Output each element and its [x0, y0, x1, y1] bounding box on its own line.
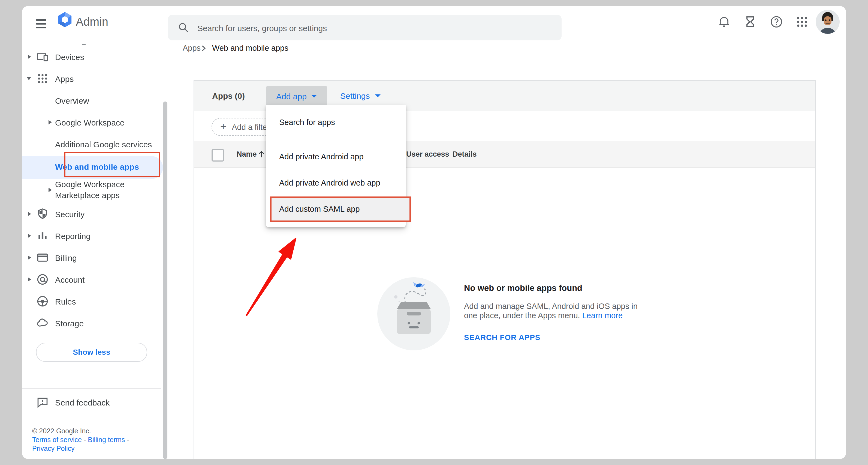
breadcrumb: Apps: [183, 43, 200, 54]
add-app-button[interactable]: Add app: [266, 86, 327, 107]
empty-box-illustration: [377, 277, 451, 350]
chevron-down-icon: [375, 94, 380, 97]
help-icon[interactable]: [770, 15, 783, 28]
menu-item-add-custom-saml-app[interactable]: Add custom SAML app: [270, 197, 411, 222]
expand-arrow-icon: [28, 277, 31, 282]
sidebar-item-billing[interactable]: Billing: [22, 247, 162, 268]
admin-logo-icon: [57, 11, 73, 28]
reporting-chart-icon: [36, 230, 49, 242]
tasks-hourglass-icon[interactable]: [744, 15, 757, 28]
learn-more-link[interactable]: Learn more: [582, 311, 623, 320]
privacy-policy-link[interactable]: Privacy Policy: [32, 445, 75, 453]
hamburger-menu-icon[interactable]: [22, 6, 60, 39]
column-header-name[interactable]: Name: [237, 141, 257, 167]
menu-item-search-for-apps[interactable]: Search for apps: [266, 105, 406, 140]
global-search-bar[interactable]: [168, 15, 562, 40]
send-feedback-button[interactable]: Send feedback: [22, 391, 162, 413]
feedback-icon: [36, 396, 49, 408]
collapse-arrow-icon: [27, 77, 31, 80]
account-at-icon: [36, 273, 49, 285]
apps-count-label: Apps (0): [212, 81, 245, 111]
breadcrumb-current: Web and mobile apps: [212, 43, 288, 54]
admin-console-window: Admin Apps Web and mobile: [22, 6, 846, 459]
search-input[interactable]: [196, 15, 548, 41]
storage-cloud-icon: [36, 317, 49, 329]
chevron-down-icon: [312, 95, 317, 97]
account-avatar[interactable]: [816, 10, 840, 34]
sidebar-item-gws-marketplace-apps[interactable]: Google Workspace Marketplace apps: [22, 174, 162, 206]
google-apps-grid-icon[interactable]: [796, 15, 809, 28]
menu-item-add-private-android-web-app[interactable]: Add private Android web app: [266, 170, 406, 196]
sidebar-item-overview[interactable]: Overview: [22, 89, 162, 111]
expand-arrow-icon: [28, 212, 31, 216]
sidebar-item-rules[interactable]: Rules: [22, 290, 162, 312]
sidebar-item-reporting[interactable]: Reporting: [22, 225, 162, 247]
notifications-bell-icon[interactable]: [717, 15, 731, 28]
column-header-user-access: User access: [406, 141, 449, 167]
apps-grid-icon: [36, 72, 49, 85]
empty-state-body-line2: one place, under the Apps menu. Learn mo…: [464, 311, 623, 320]
billing-terms-link[interactable]: Billing terms: [88, 436, 125, 444]
security-shield-icon: [36, 208, 49, 220]
devices-icon: [36, 51, 49, 63]
breadcrumb-chevron-icon: [200, 45, 206, 52]
search-for-apps-link[interactable]: SEARCH FOR APPS: [464, 333, 540, 342]
breadcrumb-parent[interactable]: Apps: [183, 43, 200, 52]
sidebar-item-devices[interactable]: Devices: [22, 46, 162, 68]
menu-item-add-private-android-app[interactable]: Add private Android app: [266, 144, 406, 170]
sidebar-item-storage[interactable]: Storage: [22, 312, 162, 334]
expand-arrow-icon: [49, 120, 52, 124]
billing-card-icon: [36, 252, 49, 264]
search-icon: [178, 22, 189, 33]
select-all-checkbox[interactable]: [212, 149, 224, 162]
copyright-text: © 2022 Google Inc.: [32, 427, 129, 436]
sidebar-item-apps[interactable]: Apps: [22, 68, 162, 89]
empty-state-body-line1: Add and manage SAML, Android and iOS app…: [464, 302, 638, 311]
sidebar-footer: © 2022 Google Inc. Terms of service - Bi…: [32, 427, 129, 453]
menu-divider: [266, 140, 406, 140]
sidebar-scrollbar[interactable]: [163, 101, 167, 459]
expand-arrow-icon: [28, 234, 31, 238]
expand-arrow-icon: [28, 255, 31, 260]
sort-ascending-icon[interactable]: [257, 150, 266, 158]
sidebar-item-additional-google-services[interactable]: Additional Google services: [22, 133, 162, 155]
clipped-nav-item: [82, 44, 86, 45]
sidebar-item-security[interactable]: Security: [22, 203, 162, 225]
terms-of-service-link[interactable]: Terms of service: [32, 436, 82, 444]
sidebar-item-account[interactable]: Account: [22, 268, 162, 290]
sidebar-divider: [22, 388, 161, 388]
column-header-details: Details: [453, 141, 477, 167]
sidebar-item-google-workspace[interactable]: Google Workspace: [22, 111, 162, 133]
product-title: Admin: [76, 15, 108, 28]
expand-arrow-icon: [28, 55, 31, 59]
expand-arrow-icon: [49, 188, 52, 192]
rules-icon: [36, 295, 49, 307]
plus-icon: +: [220, 120, 226, 132]
empty-state-title: No web or mobile apps found: [464, 283, 582, 293]
header-divider: [168, 56, 846, 56]
show-less-button[interactable]: Show less: [36, 343, 147, 362]
add-app-dropdown-menu: Search for apps Add private Android app …: [266, 105, 406, 227]
